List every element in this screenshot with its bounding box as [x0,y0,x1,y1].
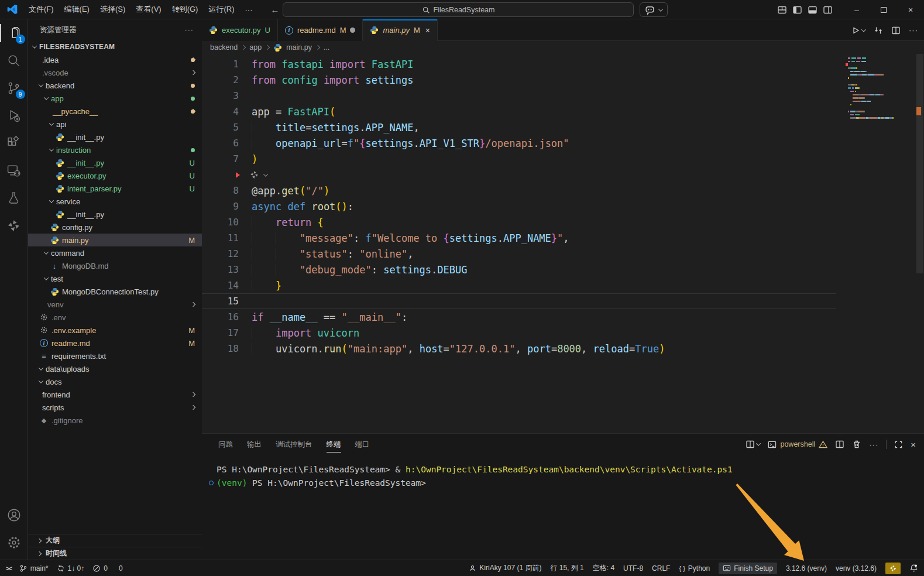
terminal-output[interactable]: PS H:\OwnProject\FilesReadSysteam> & h:\… [202,455,924,490]
tree-item-readme.md[interactable]: ireadme.mdM [28,337,202,349]
code-line-17[interactable]: 17 import uvicorn [202,325,836,341]
statusbar-python[interactable]: { }Python [679,564,710,572]
activity-extensions[interactable] [0,129,28,157]
customize-layout-icon[interactable] [777,5,787,15]
panel-tab-输出[interactable]: 输出 [241,436,267,453]
tree-item-test[interactable]: test [28,272,202,285]
code-line-2[interactable]: 2from config import settings [202,72,836,88]
maximize-panel-icon[interactable] [894,440,903,449]
tab-main.py[interactable]: main.pyM× [363,19,438,41]
tree-item-.env[interactable]: .env [28,311,202,324]
statusbar-1-0-[interactable]: 1↓ 0↑ [57,564,85,572]
code-editor[interactable]: 1from fastapi import FastAPI2from config… [202,54,924,433]
tree-item-api[interactable]: api [28,118,202,131]
menu-7[interactable]: ··· [239,3,257,16]
code-line-8[interactable]: 8@app.get("/") [202,183,836,198]
tree-item-app[interactable]: app [28,92,202,105]
menu-6[interactable]: 运行(R) [203,2,239,17]
statusbar-main-[interactable]: main* [19,564,49,572]
code-line-4[interactable]: 4app = FastAPI( [202,104,836,119]
code-line-3[interactable]: 3 [202,88,836,104]
command-center-search[interactable]: FilesReadSysteam [283,2,634,17]
statusbar-finish-setup[interactable]: Finish Setup [719,563,777,574]
tab-readme.md[interactable]: ireadme.mdM [278,19,363,41]
activity-run-debug[interactable] [0,102,28,129]
panel-tab-终端[interactable]: 终端 [321,436,347,453]
tree-item-__pycache__[interactable]: __pycache__ [28,105,202,118]
tree-item-docs[interactable]: docs [28,375,202,388]
tree-item-MongoDB.md[interactable]: ↓MongoDB.md [28,259,202,272]
run-python-button[interactable] [851,26,865,35]
statusbar-bell[interactable] [909,564,918,572]
tree-item-MongoDBConnectionTest.py[interactable]: MongoDBConnectionTest.py [28,285,202,298]
statusbar-remote[interactable]: >< [6,565,11,572]
tab-close-icon[interactable]: × [425,26,430,35]
tree-item-service[interactable]: service [28,195,202,208]
tree-item-.idea[interactable]: .idea [28,53,202,66]
split-terminal-icon[interactable] [835,440,844,449]
tree-item-executor.py[interactable]: executor.pyU [28,169,202,182]
statusbar-3-12-6-venv-[interactable]: 3.12.6 (venv) [786,564,827,572]
tree-item-.vscode[interactable]: .vscode [28,66,202,79]
breadcrumb-item-...[interactable]: ... [324,43,329,52]
toggle-sidebar-icon[interactable] [792,5,802,15]
menu-2[interactable]: 编辑(E) [59,2,95,17]
split-editor-icon[interactable] [891,26,901,35]
code-line-10[interactable]: 10 return { [202,214,836,230]
tree-item-__init__.py[interactable]: __init__.pyU [28,156,202,169]
toggle-panel-icon[interactable] [808,5,817,15]
panel-more-actions[interactable]: ··· [869,440,878,449]
maximize-button[interactable] [870,0,897,19]
activity-explorer[interactable]: 1 [0,19,28,47]
terminal-tab-powershell[interactable]: powershell [768,440,827,449]
code-line-11[interactable]: 11 "message": f"Welcome to {settings.APP… [202,230,836,246]
close-panel-icon[interactable]: × [911,440,916,450]
statusbar-utf-8[interactable]: UTF-8 [623,564,643,572]
panel-tab-问题[interactable]: 问题 [212,436,239,453]
code-line-15[interactable]: 15 [202,293,836,309]
menu-4[interactable]: 查看(V) [130,2,166,17]
tree-item-command[interactable]: command [28,246,202,259]
code-line-6[interactable]: 6 openapi_url=f"{settings.API_V1_STR}/op… [202,135,836,151]
code-line-12[interactable]: 12 "status": "online", [202,246,836,262]
code-line-14[interactable]: 14 } [202,277,836,293]
activity-settings[interactable] [0,529,28,556]
statusbar-kiriaky-107-1-[interactable]: KiriAky 107 (1 周前) [469,563,541,573]
nav-back-icon[interactable]: ← [270,5,279,15]
menu-1[interactable]: 文件(F) [23,2,59,17]
tree-item-instruction[interactable]: instruction [28,143,202,156]
editor-more-actions[interactable]: ··· [909,26,918,35]
tree-item-__init__.py[interactable]: __init__.py [28,208,202,221]
activity-remote-explorer[interactable] [0,157,28,184]
sidebar-more-button[interactable]: ··· [185,26,194,34]
breadcrumb-item-backend[interactable]: backend [210,43,238,52]
statusbar--15-1[interactable]: 行 15, 列 1 [550,563,583,573]
breadcrumb-item-app[interactable]: app [249,43,262,52]
code-line-7[interactable]: 7) [202,151,836,167]
tree-item-intent_parser.py[interactable]: intent_parser.pyU [28,182,202,195]
tree-item-__init__.py[interactable]: __init__.py [28,131,202,143]
open-changes-icon[interactable] [874,26,883,35]
sidebar-section-时间线[interactable]: 时间线 [28,547,202,560]
inline-ai-widget[interactable] [202,167,836,183]
tree-item-frontend[interactable]: frontend [28,388,202,401]
kill-terminal-icon[interactable] [852,440,861,449]
tree-item-main.py[interactable]: main.pyM [28,234,202,246]
copilot-button[interactable] [640,2,668,17]
chevron-down-icon[interactable] [263,172,268,176]
panel-tab-调试控制台[interactable]: 调试控制台 [270,436,318,453]
minimize-button[interactable]: – [843,0,870,19]
code-line-9[interactable]: 9async def root(): [202,198,836,214]
tree-item-backend[interactable]: backend [28,79,202,92]
activity-account[interactable] [0,501,28,529]
editor-scrollbar[interactable] [916,54,924,433]
statusbar-0[interactable]: 0 [92,564,108,572]
toggle-secondary-sidebar-icon[interactable] [823,5,833,15]
breadcrumb-item-main.py[interactable]: main.py [286,43,312,52]
statusbar-0[interactable]: 0 [116,564,123,572]
statusbar-crlf[interactable]: CRLF [652,564,670,572]
menu-5[interactable]: 转到(G) [167,2,204,17]
tree-root[interactable]: FILESREADSYSTEAM [28,40,202,53]
activity-source-control[interactable]: 9 [0,74,28,102]
code-line-1[interactable]: 1from fastapi import FastAPI [202,56,836,72]
